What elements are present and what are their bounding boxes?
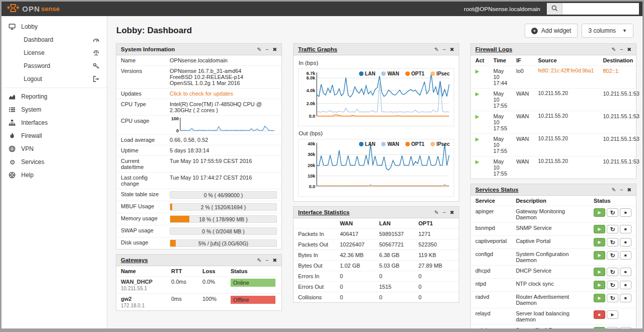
svg-text:10k: 10k: [308, 174, 316, 179]
state-table-meter: 0 % ( 46/99000 ): [170, 191, 277, 199]
service-restart-button[interactable]: ↻: [607, 208, 618, 217]
edit-icon[interactable]: ✎: [257, 47, 261, 52]
columns-dropdown[interactable]: 3 columns ▼: [582, 24, 633, 38]
collapse-icon[interactable]: −: [620, 187, 623, 193]
service-running-indicator[interactable]: ▶: [594, 281, 605, 289]
search-input[interactable]: [562, 3, 639, 15]
service-running-indicator[interactable]: ▶: [594, 268, 605, 276]
svg-text:0.0: 0.0: [309, 184, 315, 189]
collapse-icon[interactable]: −: [620, 47, 623, 52]
widget-title-link[interactable]: Services Status: [475, 187, 519, 193]
sidebar-item-password[interactable]: Password: [2, 59, 107, 72]
close-icon[interactable]: ✖: [627, 47, 631, 52]
service-running-indicator[interactable]: ▶: [594, 208, 605, 217]
service-description: DHCP Service: [511, 266, 589, 279]
service-stop-button[interactable]: ■: [620, 268, 631, 276]
close-icon[interactable]: ✖: [450, 47, 454, 52]
edit-icon[interactable]: ✎: [434, 210, 439, 215]
sidebar-item-system[interactable]: System: [2, 103, 107, 116]
service-name: relayd: [471, 308, 511, 325]
service-stop-button[interactable]: ■: [620, 281, 631, 289]
svg-text:4.0k: 4.0k: [306, 88, 316, 93]
swap-meter: 0 % ( 0/2048 MB ): [170, 227, 277, 235]
widget-title-link[interactable]: Traffic Graphs: [298, 46, 337, 52]
service-running-indicator[interactable]: ▶: [594, 225, 605, 233]
close-icon[interactable]: ✖: [627, 187, 631, 193]
service-restart-button[interactable]: ↻: [607, 327, 618, 328]
table-header-row: Service Description Status: [471, 196, 636, 206]
sidebar-item-logout[interactable]: Logout: [2, 72, 107, 86]
opnsense-logo-icon: [7, 4, 20, 14]
service-running-indicator[interactable]: ▶: [594, 327, 605, 328]
edit-icon[interactable]: ✎: [611, 47, 616, 52]
check-updates-link[interactable]: Click to check for updates: [170, 91, 233, 97]
sidebar-item-lobby[interactable]: Lobby: [2, 20, 107, 33]
globe-icon: [9, 145, 16, 152]
mbuf-meter: 2 % ( 1520/61694 ): [170, 203, 277, 211]
collapse-icon[interactable]: −: [443, 210, 446, 215]
table-row: dhcpdDHCP Service▶↻■■▶: [471, 266, 636, 279]
sidebar-item-help[interactable]: Help: [2, 169, 107, 182]
list-icon: [9, 106, 16, 113]
sidebar-item-interfaces[interactable]: Interfaces: [2, 116, 107, 129]
service-start-button[interactable]: ▶: [607, 310, 618, 319]
service-stop-button[interactable]: ■: [620, 294, 631, 302]
service-description: System Configuration Daemon: [511, 249, 589, 266]
table-row: ▶ May 10 17:55 WAN 10.211.55.20 10.211.5…: [471, 111, 642, 134]
widget-title-link[interactable]: Firewall Logs: [475, 46, 513, 52]
service-restart-button[interactable]: ↻: [607, 294, 618, 302]
close-icon[interactable]: ✖: [272, 258, 277, 263]
legend-dot-lan: [359, 142, 364, 146]
sidebar-item-license[interactable]: License: [2, 46, 107, 59]
service-restart-button[interactable]: ↻: [607, 268, 618, 276]
service-stop-button[interactable]: ■: [620, 225, 631, 233]
legend-dot-wan: [381, 71, 386, 76]
sidebar-item-firewall[interactable]: Firewall: [2, 129, 107, 142]
main-content: Lobby: Dashboard Add widget 3 columns ▼: [107, 16, 642, 328]
pass-action-icon: ▶: [475, 114, 479, 119]
service-restart-button[interactable]: ↻: [607, 225, 618, 233]
edit-icon[interactable]: ✎: [434, 47, 439, 52]
sidebar-item-dashboard[interactable]: Dashboard: [2, 33, 107, 46]
service-restart-button[interactable]: ↻: [607, 238, 618, 246]
table-row: Memory usage 18 % ( 178/990 MB ): [116, 213, 281, 225]
service-running-indicator[interactable]: ▶: [594, 251, 605, 260]
service-stop-button[interactable]: ■: [620, 208, 631, 217]
service-stop-button[interactable]: ■: [620, 238, 631, 246]
status-badge: Online: [231, 279, 275, 287]
caret-down-icon: ▼: [622, 28, 627, 33]
sidebar-item-reporting[interactable]: Reporting: [2, 90, 107, 103]
svg-text:0: 0: [176, 128, 179, 133]
table-row: Errors In000: [294, 271, 459, 282]
service-running-indicator[interactable]: ▶: [594, 238, 605, 246]
table-row: ▶ May 10 17:44 lo0 fe80::21c:42ff:fe0d:9…: [471, 66, 642, 89]
service-name: radvd: [471, 292, 511, 308]
collapse-icon[interactable]: −: [265, 258, 268, 263]
edit-icon[interactable]: ✎: [257, 258, 261, 263]
page-title: Lobby: Dashboard: [116, 26, 192, 36]
table-header-row: WAN LAN OPT1: [294, 218, 459, 229]
pass-action-icon: ▶: [475, 91, 479, 97]
widget-gateways: Gateways ✎ − ✖ Name RTT Loss: [116, 254, 282, 311]
collapse-icon[interactable]: −: [443, 47, 446, 52]
edit-icon[interactable]: ✎: [611, 187, 616, 193]
collapse-icon[interactable]: −: [265, 47, 268, 52]
widget-title-link[interactable]: Gateways: [121, 257, 148, 263]
service-stop-button[interactable]: ■: [620, 327, 631, 328]
close-icon[interactable]: ✖: [450, 210, 454, 215]
search-button[interactable]: [547, 3, 562, 15]
table-row: Uptime 5 days 18:33:14: [116, 145, 281, 156]
sidebar-item-vpn[interactable]: VPN: [2, 142, 107, 155]
service-running-indicator[interactable]: ▶: [594, 294, 605, 302]
close-icon[interactable]: ✖: [272, 47, 277, 52]
service-restart-button[interactable]: ↻: [607, 251, 618, 260]
service-restart-button[interactable]: ↻: [607, 281, 618, 289]
service-stop-button[interactable]: ■: [620, 251, 631, 260]
sidebar-item-services[interactable]: ⚙ Services: [2, 155, 107, 169]
opnsense-logo[interactable]: OPNsense: [7, 4, 59, 14]
table-row: ▶ May 10 17:55 WAN 10.211.55.20 10.211.5…: [471, 156, 642, 179]
add-widget-button[interactable]: Add widget: [525, 24, 578, 38]
service-description: Server load balancing daemon: [511, 308, 589, 325]
widget-title-link[interactable]: Interface Statistics: [298, 209, 349, 215]
service-stopped-indicator[interactable]: ■: [594, 310, 605, 319]
